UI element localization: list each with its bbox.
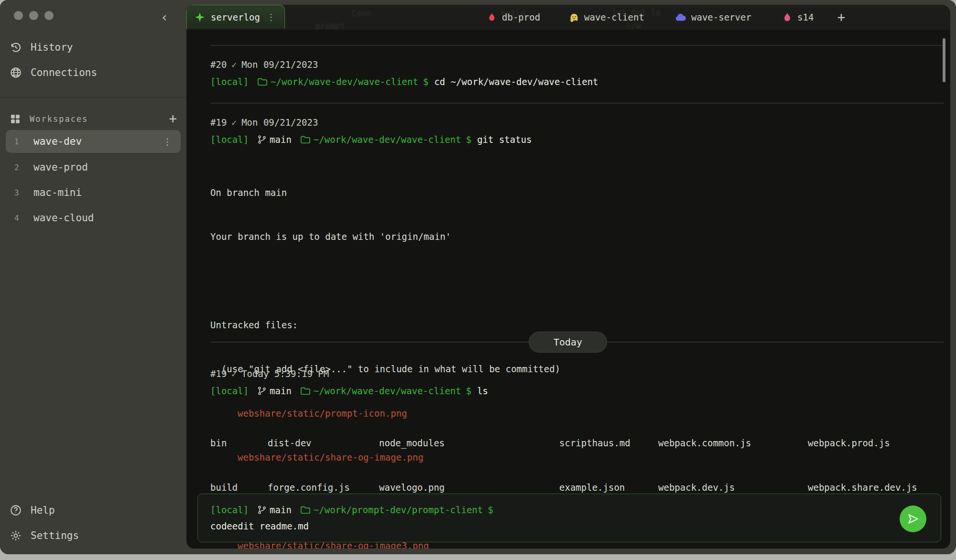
new-tab-button[interactable]: + bbox=[831, 5, 852, 30]
command-text: ls bbox=[477, 386, 488, 396]
sidebar: ‹ History Connections Workspaces bbox=[0, 0, 186, 554]
tab-kebab-icon[interactable]: ⋮ bbox=[267, 12, 275, 22]
prompt-host: [local] bbox=[210, 134, 249, 145]
workspace-number: 1 bbox=[14, 137, 29, 146]
app-window: ‹ History Connections Workspaces bbox=[0, 0, 956, 554]
ls-entry: webpack.common.js bbox=[658, 436, 790, 451]
folder-icon bbox=[300, 135, 311, 144]
command-date: Today 5:39:19 PM bbox=[241, 368, 329, 379]
sidebar-item-settings[interactable]: Settings bbox=[10, 529, 79, 542]
tab-bar: Conn build lst Out lu prompt ~/w serverl… bbox=[186, 5, 950, 30]
workspace-number: 3 bbox=[14, 188, 29, 197]
workspace-number: 2 bbox=[14, 163, 29, 172]
prompt-host: [local] bbox=[210, 386, 249, 396]
ls-entry: wavelogo.png bbox=[379, 480, 527, 495]
prompt-cwd: ~/work/wave-dev/wave-client bbox=[271, 76, 418, 87]
send-icon bbox=[906, 512, 920, 526]
sidebar-item-label: Settings bbox=[31, 530, 79, 541]
command-meta: #19 ✓ Mon 09/21/2023 bbox=[210, 117, 318, 128]
prompt-dollar: $ bbox=[466, 386, 471, 396]
output-line: Untracked files: bbox=[210, 318, 626, 333]
workspaces-title: Workspaces bbox=[30, 114, 88, 124]
ls-entry: example.json bbox=[559, 480, 630, 495]
ls-entry: node_modules bbox=[379, 436, 527, 451]
folder-icon bbox=[257, 77, 268, 86]
tab-label: wave-client bbox=[584, 12, 644, 22]
check-icon: ✓ bbox=[231, 60, 237, 70]
command-number: #19 bbox=[210, 368, 227, 379]
workspace-kebab-icon[interactable]: ⋮ bbox=[163, 136, 172, 147]
workspace-name: mac-mini bbox=[33, 187, 82, 198]
prompt-line: [local] main ~/work/wave-dev/wave-client… bbox=[210, 386, 488, 396]
collapse-sidebar-icon[interactable]: ‹ bbox=[158, 11, 171, 24]
command-meta: #19 ✓ Today 5:39:19 PM bbox=[210, 368, 329, 379]
input-prompt-line: [local] main ~/work/prompt-dev/prompt-cl… bbox=[210, 505, 493, 515]
block-divider bbox=[210, 103, 944, 104]
globe-icon bbox=[10, 66, 22, 79]
workspace-item-mac-mini[interactable]: 3 mac-mini bbox=[6, 181, 181, 204]
drop-icon bbox=[782, 12, 793, 22]
ls-entry: webpack.prod.js bbox=[808, 436, 917, 451]
workspace-name: wave-prod bbox=[33, 162, 88, 173]
tab-db-prod[interactable]: db-prod bbox=[484, 5, 543, 30]
workspace-item-wave-dev[interactable]: 1 wave-dev ⋮ bbox=[6, 130, 181, 153]
output-line: On branch main bbox=[210, 185, 626, 200]
prompt-line: [local] ~/work/wave-dev/wave-client $ cd… bbox=[210, 76, 598, 87]
close-button[interactable] bbox=[14, 11, 23, 20]
command-date: Mon 09/21/2023 bbox=[241, 117, 318, 128]
folder-icon bbox=[300, 505, 311, 515]
ls-entry: forge.config.js bbox=[268, 480, 360, 495]
check-icon: ✓ bbox=[231, 118, 237, 128]
ghost-text: Conn bbox=[352, 9, 371, 18]
ls-entry: dist-dev bbox=[268, 436, 360, 451]
git-branch-icon bbox=[257, 386, 267, 396]
prompt-host: [local] bbox=[210, 505, 249, 515]
ls-entry: scripthaus.md bbox=[559, 436, 630, 451]
tab-s14[interactable]: s14 bbox=[779, 5, 816, 30]
workspace-item-wave-prod[interactable]: 2 wave-prod bbox=[6, 156, 181, 179]
prompt-branch: main bbox=[270, 386, 292, 396]
prompt-cwd: ~/work/wave-dev/wave-client bbox=[314, 134, 461, 145]
sidebar-item-label: History bbox=[31, 42, 73, 53]
prompt-dollar: $ bbox=[466, 134, 471, 145]
tab-label: db-prod bbox=[502, 12, 540, 22]
prompt-dollar: $ bbox=[423, 76, 428, 87]
prompt-line: [local] main ~/work/wave-dev/wave-client… bbox=[210, 134, 532, 145]
flame-icon bbox=[487, 12, 497, 22]
maximize-button[interactable] bbox=[44, 11, 54, 20]
add-workspace-button[interactable]: + bbox=[169, 113, 177, 125]
smiley-icon bbox=[569, 12, 579, 22]
prompt-dollar: $ bbox=[488, 505, 493, 515]
tab-serverlog[interactable]: serverlog ⋮ bbox=[186, 5, 285, 29]
prompt-branch: main bbox=[270, 134, 292, 145]
minimize-button[interactable] bbox=[29, 11, 38, 20]
sidebar-item-help[interactable]: Help bbox=[10, 504, 55, 517]
scrollbar[interactable] bbox=[943, 38, 945, 82]
ls-entry: bin bbox=[210, 436, 249, 451]
command-number: #20 bbox=[210, 59, 227, 70]
gear-icon bbox=[10, 529, 22, 542]
sidebar-item-history[interactable]: History bbox=[10, 41, 73, 54]
today-label: Today bbox=[554, 336, 582, 348]
send-command-button[interactable] bbox=[900, 506, 926, 532]
ls-entry: webpack.share.dev.js bbox=[808, 480, 917, 495]
workspace-item-wave-cloud[interactable]: 4 wave-cloud bbox=[6, 206, 181, 229]
command-text: cd ~/work/wave-dev/wave-client bbox=[434, 76, 598, 87]
prompt-cwd: ~/work/wave-dev/wave-client bbox=[314, 386, 461, 396]
cloud-icon bbox=[675, 12, 686, 22]
history-icon bbox=[10, 41, 22, 54]
sidebar-item-label: Connections bbox=[31, 67, 97, 78]
command-input-text[interactable]: codeedit readme.md bbox=[210, 521, 309, 531]
tab-wave-server[interactable]: wave-server bbox=[672, 5, 754, 30]
sparkle-icon bbox=[195, 12, 205, 22]
command-input-box[interactable]: [local] main ~/work/prompt-dev/prompt-cl… bbox=[197, 494, 941, 542]
tab-wave-client[interactable]: wave-client bbox=[566, 5, 647, 30]
tab-label: s14 bbox=[797, 12, 814, 22]
prompt-cwd: ~/work/prompt-dev/prompt-client bbox=[314, 505, 483, 515]
grid-icon bbox=[10, 113, 21, 125]
sidebar-item-connections[interactable]: Connections bbox=[10, 66, 97, 79]
sidebar-divider bbox=[0, 97, 186, 98]
sidebar-item-label: Help bbox=[31, 505, 55, 516]
workspace-name: wave-dev bbox=[33, 136, 82, 147]
command-date: Mon 09/21/2023 bbox=[241, 59, 318, 70]
